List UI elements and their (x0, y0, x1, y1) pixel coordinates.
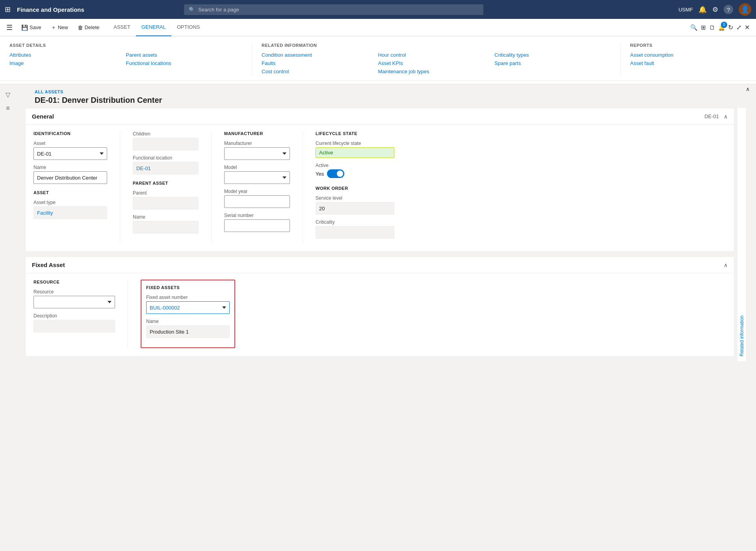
parent-name-input[interactable] (133, 221, 199, 234)
dropdown-menu: ASSET DETAILS Attributes Image Parent as… (0, 36, 756, 84)
related-info-col: RELATED INFORMATION Condition assessment… (262, 43, 378, 76)
filter-icon[interactable]: ▽ (6, 91, 10, 98)
search-bar-icon[interactable]: 🔍 (690, 24, 698, 31)
fixed-asset-section-body: RESOURCE Resource Description (26, 273, 734, 356)
active-toggle[interactable] (327, 169, 344, 178)
search-placeholder: Search for a page (198, 7, 239, 13)
criticality-input[interactable] (316, 226, 394, 239)
separator-2 (620, 43, 621, 76)
avatar[interactable]: 👤 (739, 3, 751, 16)
fixed-assets-header: FIXED ASSETS (146, 285, 230, 290)
dropdown-attributes[interactable]: Attributes (9, 51, 126, 59)
tab-options[interactable]: OPTIONS (171, 19, 206, 36)
fixed-asset-section: Fixed Asset ∧ RESOURCE Resource (25, 256, 734, 356)
dropdown-spare-parts[interactable]: Spare parts (494, 59, 611, 67)
children-input[interactable] (133, 138, 199, 150)
content-area: General DE-01 ∧ IDENTIFICATION (25, 108, 734, 361)
help-icon[interactable]: ? (724, 5, 733, 14)
service-level-row: Service level (316, 195, 394, 215)
functional-location-label: Functional location (133, 155, 199, 161)
fixed-asset-number-select[interactable]: BUIL-000002 (146, 301, 230, 314)
related-info-col2: Hour control Asset KPIs Maintenance job … (378, 43, 495, 76)
serial-number-row: Serial number (224, 213, 290, 232)
asset-field-row: Asset DE-01 (33, 141, 107, 160)
tab-asset[interactable]: ASSET (108, 19, 136, 36)
bell-icon[interactable]: 🔔 (698, 6, 707, 14)
functional-location-input[interactable] (133, 162, 199, 174)
action-bar: ☰ 💾 Save ＋ New 🗑 Delete ASSET GENERAL OP… (0, 19, 756, 36)
dropdown-asset-kpis[interactable]: Asset KPIs (378, 59, 495, 67)
expand-icon[interactable]: ⤢ (736, 24, 741, 31)
name-input[interactable] (33, 171, 107, 184)
manufacturer-select[interactable] (224, 147, 290, 160)
new-button[interactable]: ＋ New (47, 22, 72, 33)
dropdown-condition-assessment[interactable]: Condition assessment (262, 51, 378, 59)
office-icon[interactable]: 🗋 (709, 24, 715, 31)
general-section-header[interactable]: General DE-01 ∧ (26, 108, 734, 125)
grid-icon[interactable]: ⊞ (5, 5, 11, 14)
asset-type-input[interactable] (33, 206, 107, 219)
grid-view-icon[interactable]: ⊞ (701, 24, 706, 31)
active-label: Active (316, 163, 394, 168)
plus-icon: ＋ (51, 24, 56, 31)
related-info-header: RELATED INFORMATION (262, 43, 378, 48)
parent-input[interactable] (133, 197, 199, 210)
general-section-title: General (32, 113, 54, 120)
search-bar[interactable]: 🔍 Search for a page (184, 4, 483, 15)
dropdown-parent-assets[interactable]: Parent assets (126, 51, 243, 59)
tab-nav: ASSET GENERAL OPTIONS (108, 19, 205, 36)
dropdown-hour-control[interactable]: Hour control (378, 51, 495, 59)
dropdown-criticality-types[interactable]: Criticality types (494, 51, 611, 59)
save-icon: 💾 (21, 24, 28, 31)
children-row: Children (133, 131, 199, 150)
model-year-input[interactable] (224, 195, 290, 208)
notification-icon[interactable]: 🔔 0 (718, 24, 725, 31)
dropdown-image[interactable]: Image (9, 59, 126, 67)
fixed-asset-collapse-arrow[interactable]: ∧ (724, 262, 728, 268)
asset-details-header: ASSET DETAILS (9, 43, 126, 48)
serial-number-label: Serial number (224, 213, 290, 218)
resource-header: RESOURCE (33, 280, 115, 284)
collapse-arrow-icon[interactable]: ∧ (724, 113, 728, 120)
hamburger-icon[interactable]: ☰ (6, 23, 13, 32)
resource-label: Resource (33, 289, 115, 295)
fixed-asset-name-input[interactable] (146, 325, 230, 338)
fixed-asset-section-title: Fixed Asset (32, 262, 65, 268)
tab-general[interactable]: GENERAL (136, 19, 171, 36)
fixed-asset-field-groups: RESOURCE Resource Description (33, 280, 726, 348)
page-header: ALL ASSETS DE-01: Denver Distribution Ce… (16, 85, 756, 108)
fixed-asset-section-header[interactable]: Fixed Asset ∧ (26, 257, 734, 273)
asset-details-col2: Parent assets Functional locations (126, 43, 243, 76)
env-label: USMF (678, 7, 693, 13)
dropdown-asset-fault[interactable]: Asset fault (630, 59, 747, 67)
separator-1 (252, 43, 252, 76)
refresh-icon[interactable]: ↻ (728, 24, 733, 31)
resource-select[interactable] (33, 296, 115, 308)
action-bar-right: 🔍 ⊞ 🗋 🔔 0 ↻ ⤢ ✕ (690, 24, 750, 31)
lifecycle-header: LIFECYCLE STATE (316, 131, 394, 136)
description-input[interactable] (33, 320, 115, 332)
asset-select[interactable]: DE-01 (33, 147, 107, 160)
asset-type-label: Asset type (33, 200, 107, 205)
save-button[interactable]: 💾 Save (17, 22, 45, 33)
chevron-up-icon[interactable]: ∧ (746, 86, 750, 92)
dropdown-maintenance-job-types[interactable]: Maintenance job types (378, 67, 495, 76)
hamburger-left-icon[interactable]: ≡ (6, 105, 9, 112)
delete-button[interactable]: 🗑 Delete (74, 22, 104, 33)
active-row: Active Yes (316, 163, 394, 178)
model-select[interactable] (224, 171, 290, 184)
serial-number-input[interactable] (224, 219, 290, 232)
work-order-header: WORK ORDER (316, 186, 394, 191)
gear-icon[interactable]: ⚙ (712, 6, 718, 14)
dropdown-faults[interactable]: Faults (262, 59, 378, 67)
general-code: DE-01 (704, 113, 719, 119)
dropdown-asset-consumption[interactable]: Asset consumption (630, 51, 747, 59)
related-info-col3: Criticality types Spare parts (494, 43, 611, 76)
parent-row: Parent (133, 190, 199, 210)
related-info-panel[interactable]: Related information (737, 108, 747, 361)
dropdown-cost-control[interactable]: Cost control (262, 67, 378, 76)
dropdown-functional-locations[interactable]: Functional locations (126, 59, 243, 67)
general-section: General DE-01 ∧ IDENTIFICATION (25, 108, 734, 252)
close-icon[interactable]: ✕ (745, 24, 750, 31)
service-level-input[interactable] (316, 202, 394, 215)
